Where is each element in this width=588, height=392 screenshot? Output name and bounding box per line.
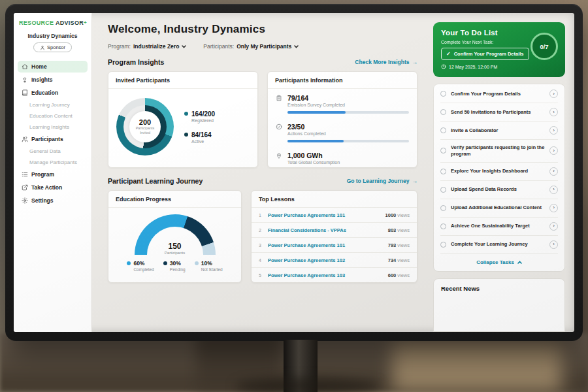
- task-row-send-invitations[interactable]: Send 50 Invitations to Participants ›: [440, 103, 558, 122]
- task-checkbox[interactable]: [440, 169, 446, 174]
- legend-label: Registered: [191, 118, 215, 123]
- task-row-complete-learning-journey[interactable]: Complete Your Learning Journey ›: [440, 236, 558, 254]
- sidebar-item-education[interactable]: Education: [18, 87, 88, 99]
- next-task-chip[interactable]: ✓ Confirm Your Program Details: [441, 48, 529, 60]
- sidebar-item-label: Education: [31, 90, 58, 96]
- sidebar-item-program[interactable]: Program: [18, 169, 88, 180]
- task-checkbox[interactable]: [440, 242, 446, 248]
- sidebar-item-education-content[interactable]: Education Content: [18, 111, 88, 121]
- page-title: Welcome, Industry Dynamics: [108, 23, 417, 36]
- program-insights-header: Program Insights Check More Insights →: [108, 58, 417, 66]
- lesson-title-link[interactable]: Power Purchase Agreements 103: [268, 272, 384, 278]
- sidebar-item-learning-insights[interactable]: Learning Insights: [18, 122, 88, 132]
- metric-value: 23/50: [287, 123, 326, 131]
- views-suffix: views: [397, 227, 410, 233]
- task-row-achieve-target[interactable]: Achieve One Sustainability Target ›: [440, 218, 558, 236]
- actions-completed-row: 23/50 Actions Completed: [268, 118, 417, 146]
- arrow-right-icon: →: [412, 59, 418, 65]
- sidebar-item-label: Program: [31, 171, 54, 178]
- lesson-title-link[interactable]: Power Purchase Agreements 102: [268, 257, 384, 263]
- chevron-right-icon[interactable]: ›: [549, 240, 558, 249]
- task-checkbox[interactable]: [440, 148, 446, 154]
- sidebar-item-learning-journey[interactable]: Learning Journey: [18, 100, 88, 110]
- chevron-right-icon[interactable]: ›: [549, 186, 558, 194]
- sponsor-badge-label: Sponsor: [47, 44, 65, 50]
- task-checkbox[interactable]: [440, 109, 446, 115]
- task-row-upload-educational-content[interactable]: Upload Additional Educational Content ›: [440, 199, 558, 218]
- chevron-right-icon[interactable]: ›: [549, 204, 558, 212]
- legend-label: Pending: [170, 267, 186, 272]
- participants-filter-dropdown[interactable]: Participants: Only My Participants: [203, 43, 299, 50]
- lesson-views: 734: [388, 257, 397, 263]
- donut-center-value: 200: [139, 118, 151, 126]
- legend-completed: 60% Completed: [127, 260, 154, 272]
- consumption-row: 1,000 GWh Total Global Consumption: [268, 146, 417, 167]
- sidebar-item-label: Participants: [31, 136, 63, 142]
- task-checkbox[interactable]: [440, 127, 446, 133]
- participants-filter-value: Only My Participants: [237, 43, 291, 50]
- task-label: Send 50 Invitations to Participants: [451, 109, 545, 116]
- logo-resource: RESOURCE: [19, 20, 54, 26]
- donut-legend: 164/200 Registered 84/164 Active: [184, 110, 215, 144]
- chevron-right-icon[interactable]: ›: [549, 90, 558, 98]
- task-checkbox[interactable]: [440, 223, 446, 229]
- card-title: Participants Information: [268, 72, 417, 89]
- go-to-learning-journey-link[interactable]: Go to Learning Journey →: [347, 178, 417, 184]
- sidebar-item-insights[interactable]: Insights: [18, 74, 88, 86]
- sidebar-item-label: Education Content: [29, 113, 73, 119]
- sponsor-badge[interactable]: Sponsor: [33, 42, 72, 52]
- sidebar-item-settings[interactable]: Settings: [18, 195, 88, 206]
- next-task-label: Confirm Your Program Details: [454, 51, 524, 57]
- sidebar-item-home[interactable]: Home: [18, 61, 88, 73]
- card-title: Education Progress: [108, 191, 241, 208]
- task-checkbox[interactable]: [440, 91, 446, 97]
- invited-participants-card: Invited Participants 200 Participants In…: [108, 71, 258, 168]
- recent-news-title: Recent News: [441, 285, 480, 292]
- chevron-right-icon[interactable]: ›: [549, 126, 558, 135]
- lesson-row: 3 Power Purchase Agreements 101 793views: [252, 238, 417, 253]
- logo-plus: +: [84, 20, 87, 25]
- legend-value: 60%: [133, 260, 144, 267]
- lesson-title-link[interactable]: Financial Considerations - VPPAs: [268, 227, 384, 233]
- task-row-upload-spend-data[interactable]: Upload Spend Data Records ›: [440, 181, 558, 199]
- chevron-right-icon[interactable]: ›: [549, 146, 558, 155]
- lesson-title-link[interactable]: Power Purchase Agreements 101: [268, 242, 384, 248]
- invited-donut-chart: 200 Participants Invited: [116, 98, 174, 155]
- gauge-center-label: Participants: [135, 251, 216, 255]
- legend-value: 84/164: [191, 131, 212, 139]
- task-row-confirm-program[interactable]: Confirm Your Program Details ›: [440, 85, 558, 103]
- donut-center: 200 Participants Invited: [129, 111, 161, 142]
- education-gauge-chart: 150 Participants: [135, 214, 216, 255]
- gauge-center: 150 Participants: [135, 242, 216, 255]
- metric-value: 1,000 GWh: [287, 152, 340, 159]
- task-row-verify-participants[interactable]: Verify participants requesting to join t…: [440, 140, 558, 163]
- learning-journey-header: Participant Learning Journey Go to Learn…: [108, 177, 417, 185]
- collapse-tasks-link[interactable]: Collapse Tasks: [440, 254, 558, 271]
- task-checkbox[interactable]: [440, 205, 446, 211]
- metric-label: Emission Survey Completed: [287, 103, 345, 107]
- card-title: Invited Participants: [108, 72, 257, 89]
- check-more-insights-link[interactable]: Check More Insights →: [355, 59, 417, 65]
- sidebar-item-participants[interactable]: Participants: [18, 133, 88, 145]
- sidebar: RESOURCE ADVISOR+ Industry Dynamics Spon…: [14, 13, 92, 332]
- program-filter-dropdown[interactable]: Program: Industrialize Zero: [108, 43, 186, 50]
- dashboard-screen: RESOURCE ADVISOR+ Industry Dynamics Spon…: [14, 13, 574, 332]
- metric-value: 79/164: [287, 94, 345, 102]
- views-suffix: views: [397, 242, 410, 248]
- todo-progress-ring: 0/7: [531, 33, 558, 60]
- sidebar-item-manage-participants[interactable]: Manage Participants: [18, 157, 88, 167]
- task-checkbox[interactable]: [440, 187, 446, 193]
- sidebar-item-label: Settings: [31, 197, 54, 204]
- task-label: Upload Spend Data Records: [451, 186, 545, 193]
- sidebar-item-take-action[interactable]: Take Action: [18, 182, 88, 193]
- background-highlight: [392, 340, 562, 392]
- lesson-title-link[interactable]: Power Purchase Agreements 101: [268, 212, 381, 218]
- chevron-right-icon[interactable]: ›: [549, 108, 558, 116]
- chevron-right-icon[interactable]: ›: [549, 222, 558, 231]
- task-row-explore-insights[interactable]: Explore Your Insights Dashboard ›: [440, 163, 558, 181]
- views-suffix: views: [397, 212, 410, 218]
- task-row-invite-collaborator[interactable]: Invite a Collaborator ›: [440, 122, 558, 140]
- chevron-right-icon[interactable]: ›: [549, 167, 558, 176]
- sidebar-item-general-data[interactable]: General Data: [18, 146, 88, 156]
- emission-survey-row: 79/164 Emission Survey Completed: [268, 89, 417, 118]
